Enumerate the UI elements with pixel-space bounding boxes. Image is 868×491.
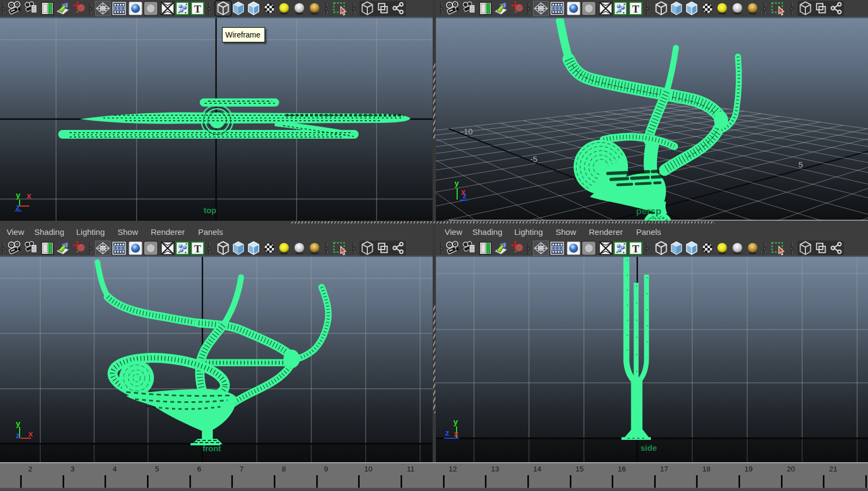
svg-text:z: z	[16, 431, 20, 440]
svg-text:persp: persp	[636, 206, 661, 216]
svg-text:front: front	[202, 444, 221, 453]
svg-text:y: y	[453, 417, 458, 426]
svg-text:x: x	[454, 429, 459, 438]
svg-text:z: z	[445, 428, 450, 437]
svg-text:x: x	[27, 191, 32, 200]
svg-text:T: T	[632, 3, 639, 15]
svg-text:T: T	[194, 243, 201, 254]
svg-text:5: 5	[798, 160, 803, 169]
svg-text:top: top	[204, 206, 216, 215]
svg-text:side: side	[641, 443, 657, 452]
svg-text:T: T	[632, 243, 639, 254]
svg-text:z: z	[463, 191, 467, 200]
svg-text:y: y	[16, 190, 21, 200]
svg-text:y: y	[16, 419, 21, 428]
svg-text:-10: -10	[461, 127, 473, 136]
svg-text:y: y	[454, 178, 459, 188]
svg-text:-5: -5	[530, 154, 537, 164]
svg-text:z: z	[16, 202, 20, 212]
svg-text:x: x	[28, 429, 33, 438]
svg-text:T: T	[194, 3, 201, 15]
